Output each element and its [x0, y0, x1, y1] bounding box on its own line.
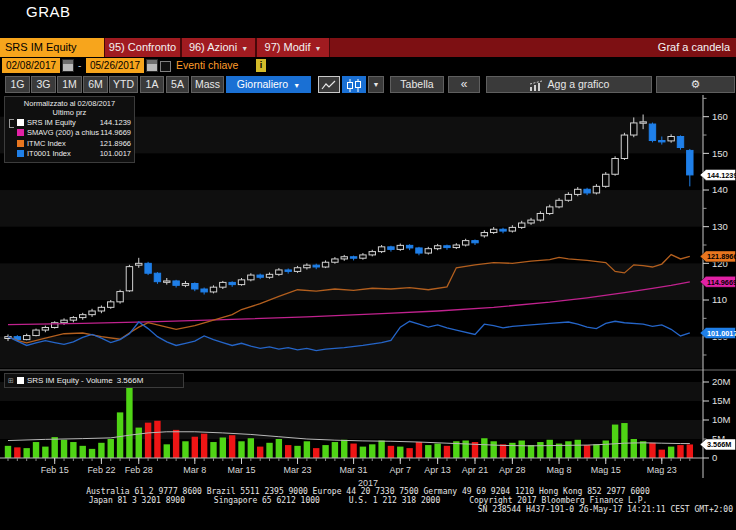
svg-text:Mar 23: Mar 23: [284, 465, 312, 475]
date-range-row: 02/08/2017 - 05/26/2017 Eventi chiave i: [0, 58, 736, 74]
chevron-down-icon: ▼: [293, 82, 300, 89]
events-checkbox[interactable]: [160, 61, 171, 72]
svg-text:Apr 21: Apr 21: [462, 465, 489, 475]
legend-item-it0001[interactable]: IT0001 Index 101.0017: [8, 149, 131, 160]
svg-text:Apr 28: Apr 28: [499, 465, 526, 475]
svg-text:144.1239: 144.1239: [707, 171, 736, 180]
expand-icon[interactable]: ⊞: [8, 374, 14, 387]
svg-text:Feb 15: Feb 15: [41, 465, 69, 475]
modif-button[interactable]: 97) Modif▼: [256, 38, 330, 57]
range-button-1m[interactable]: 1M: [57, 76, 82, 93]
series-label: ITMC Index: [27, 139, 66, 148]
line-chart-button[interactable]: [318, 76, 340, 93]
legend-item-itmc[interactable]: ITMC Index 121.8966: [8, 138, 131, 149]
svg-text:114.9669: 114.9669: [707, 278, 736, 287]
candlestick-icon: [345, 79, 363, 92]
info-icon[interactable]: i: [256, 59, 266, 72]
page-title: GRAB: [26, 3, 71, 20]
candle-chart-button[interactable]: [342, 76, 366, 93]
date-to-field[interactable]: 05/26/2017: [86, 58, 144, 73]
range-button-1g[interactable]: 1G: [5, 76, 30, 93]
svg-text:140: 140: [712, 184, 728, 195]
chevron-down-icon: ▼: [373, 81, 380, 88]
svg-text:160: 160: [712, 111, 728, 122]
chart-toolbar: 1G3G1M6MYTD1A5AMass Giornaliero▼ ▼ Tabel…: [0, 76, 736, 94]
collapse-button[interactable]: «: [448, 76, 480, 93]
svg-text:Apr 7: Apr 7: [390, 465, 412, 475]
azioni-button[interactable]: 96) Azioni▼: [181, 38, 256, 57]
svg-text:10M: 10M: [712, 414, 731, 425]
svg-text:150: 150: [712, 148, 728, 159]
gear-icon: ⚙: [691, 78, 701, 90]
table-button[interactable]: Tabella: [390, 76, 444, 93]
series-value: 101.0017: [100, 149, 131, 158]
table-label: Tabella: [400, 78, 433, 90]
svg-text:101.0017: 101.0017: [707, 329, 736, 338]
period-label: Giornaliero: [237, 78, 288, 90]
chart-style-dropdown[interactable]: ▼: [368, 76, 384, 93]
svg-text:0: 0: [712, 452, 717, 463]
events-checkbox-label: Eventi chiave: [176, 58, 238, 73]
svg-text:121.8966: 121.8966: [707, 252, 736, 261]
series-label: SRS IM Equity: [27, 118, 76, 127]
svg-text:Mag 23: Mag 23: [647, 465, 677, 475]
calendar-icon[interactable]: [146, 59, 158, 72]
footer-contact-line1: Australia 61 2 9777 8600 Brazil 5511 239…: [0, 487, 736, 496]
range-button-mass[interactable]: Mass: [191, 76, 224, 93]
volume-last-value: 3.566M: [117, 374, 144, 387]
series-color-chip: [17, 377, 24, 384]
svg-text:3.566M: 3.566M: [707, 440, 731, 449]
add-chart-label: Agg a grafico: [548, 78, 610, 90]
legend-subtitle: Ultimo prz: [8, 108, 131, 117]
svg-text:Mar 8: Mar 8: [183, 465, 206, 475]
range-button-3g[interactable]: 3G: [31, 76, 56, 93]
bloomberg-terminal-screen: 16015014013012011010020M15M10M05MFeb 15F…: [0, 0, 736, 530]
svg-text:15M: 15M: [712, 395, 731, 406]
series-value: 114.9669: [100, 128, 131, 137]
calendar-icon[interactable]: [62, 59, 74, 72]
legend-item-srs[interactable]: SRS IM Equity 144.1239: [8, 117, 131, 128]
svg-text:Apr 13: Apr 13: [424, 465, 451, 475]
svg-text:Mar 15: Mar 15: [227, 465, 255, 475]
svg-text:Mar 31: Mar 31: [340, 465, 368, 475]
series-color-chip: [17, 150, 24, 157]
chevron-down-icon: ▼: [241, 45, 248, 52]
series-color-chip: [17, 140, 24, 147]
range-button-6m[interactable]: 6M: [83, 76, 108, 93]
svg-text:20M: 20M: [712, 376, 731, 387]
series-color-chip: [17, 119, 24, 126]
chevron-down-icon: ▼: [314, 45, 321, 52]
legend-item-smavg[interactable]: SMAVG (200) a chius 114.9669: [8, 128, 131, 139]
svg-text:110: 110: [712, 294, 727, 305]
confronto-button[interactable]: 95) Confronto: [104, 38, 181, 57]
svg-text:130: 130: [712, 221, 728, 232]
date-from-field[interactable]: 02/08/2017: [2, 58, 60, 73]
svg-text:Mag 8: Mag 8: [547, 465, 572, 475]
add-to-chart-button[interactable]: Agg a grafico: [486, 76, 652, 93]
series-label: IT0001 Index: [27, 149, 71, 158]
legend-title: Normalizzato al 02/08/2017: [8, 99, 131, 108]
range-button-ytd[interactable]: YTD: [109, 76, 138, 93]
period-dropdown[interactable]: Giornaliero▼: [226, 76, 311, 93]
svg-text:Feb 22: Feb 22: [87, 465, 115, 475]
command-bar: SRS IM Equity 95) Confronto 96) Azioni▼ …: [0, 38, 736, 57]
collapse-icon: «: [461, 77, 468, 91]
svg-text:Feb 28: Feb 28: [125, 465, 153, 475]
settings-button[interactable]: ⚙: [656, 76, 735, 93]
series-value: 121.8966: [100, 139, 131, 148]
svg-text:Mag 15: Mag 15: [591, 465, 621, 475]
chart-type-label: Graf a candela: [658, 38, 730, 57]
range-button-1a[interactable]: 1A: [140, 76, 164, 93]
security-input[interactable]: SRS IM Equity: [0, 38, 104, 57]
confronto-label: 95) Confronto: [109, 41, 176, 53]
add-chart-icon: [529, 80, 544, 91]
footer-contact-line2: Japan 81 3 3201 8900 Singapore 65 6212 1…: [0, 496, 736, 505]
series-color-chip: [17, 129, 24, 136]
azioni-label: 96) Azioni: [189, 41, 237, 53]
range-button-5a[interactable]: 5A: [166, 76, 189, 93]
series-value: 144.1239: [100, 118, 131, 127]
date-separator: -: [78, 58, 81, 73]
volume-legend[interactable]: ⊞ SRS IM Equity - Volume 3.566M: [4, 373, 184, 388]
series-label: SMAVG (200) a chius: [27, 128, 99, 137]
footer-serial-line: SN 238544 H437-191-0 26-May-17 14:21:11 …: [0, 505, 736, 514]
